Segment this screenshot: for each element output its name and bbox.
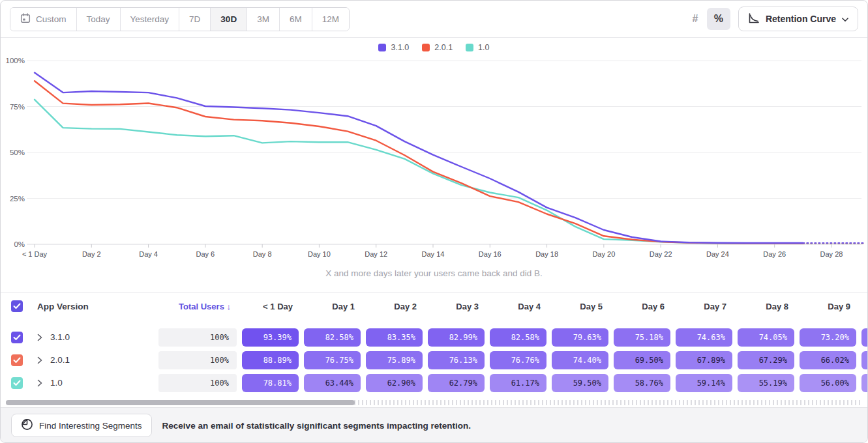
legend-item[interactable]: 3.1.0 — [378, 43, 409, 52]
total-users-value: 100% — [158, 374, 237, 392]
retention-cell-day-5[interactable]: 59.50% — [552, 374, 608, 392]
select-all-checkbox[interactable] — [11, 300, 23, 312]
expand-chevron-icon[interactable] — [37, 379, 42, 387]
retention-cell-day-3[interactable]: 62.79% — [428, 374, 485, 392]
row-checkbox[interactable] — [11, 332, 23, 343]
retention-cell-day-1[interactable]: 76.75% — [304, 351, 361, 369]
y-axis-tick-label: 50% — [10, 149, 25, 156]
day-header-label: Day 9 — [828, 302, 859, 311]
y-axis-tick-label: 100% — [6, 57, 25, 64]
retention-cell-day-8[interactable]: 67.29% — [738, 351, 794, 369]
column-header-day-9[interactable]: Day 9 — [797, 300, 859, 312]
retention-cell-day-8[interactable]: 74.05% — [738, 328, 794, 347]
value-mode-toggle: #% — [683, 8, 730, 30]
retention-cell-day-8[interactable]: 55.19% — [738, 374, 794, 392]
retention-cell-day-4[interactable]: 61.17% — [490, 374, 546, 392]
row-total-cell: 100% — [158, 328, 239, 347]
retention-cell-day-1[interactable]: 82.58% — [304, 328, 361, 347]
column-header-day-2[interactable]: Day 2 — [363, 300, 425, 312]
column-header-day-7[interactable]: Day 7 — [673, 300, 735, 312]
retention-cell-clipped — [861, 374, 868, 392]
x-axis-tick-label: Day 10 — [308, 250, 331, 258]
retention-cell-day-2[interactable]: 75.89% — [366, 351, 423, 369]
date-range-12m[interactable]: 12M — [312, 8, 349, 31]
date-range-6m[interactable]: 6M — [279, 8, 312, 31]
calendar-icon — [20, 13, 31, 25]
retention-cell-day-2[interactable]: 62.90% — [366, 374, 423, 392]
date-range-custom[interactable]: Custom — [10, 8, 76, 31]
retention-cell-day-3[interactable]: 76.13% — [428, 351, 485, 369]
retention-cell-day-4[interactable]: 76.76% — [490, 351, 546, 369]
retention-cell-day-1[interactable]: 63.44% — [304, 374, 361, 392]
retention-cell-day-4[interactable]: 82.58% — [490, 328, 546, 347]
find-interesting-segments-button[interactable]: Find Interesting Segments — [11, 414, 152, 437]
series-line-3.1.0 — [35, 73, 803, 243]
retention-cell-day-6[interactable]: 69.50% — [614, 351, 670, 369]
retention-cell-day-9[interactable]: 73.20% — [800, 328, 856, 347]
date-range-label: Yesterday — [130, 14, 170, 24]
expand-chevron-icon[interactable] — [37, 356, 42, 364]
row-checkbox[interactable] — [11, 377, 23, 389]
day-header-label: Day 1 — [332, 302, 363, 311]
date-range-today[interactable]: Today — [76, 8, 120, 31]
legend-item[interactable]: 2.0.1 — [422, 43, 453, 52]
retention-cell-day-2[interactable]: 83.35% — [366, 328, 423, 347]
row-checkbox-cell — [1, 377, 37, 389]
retention-cell-day-6[interactable]: 58.76% — [614, 374, 670, 392]
scrollbar-thumb[interactable] — [6, 400, 355, 405]
table-row-2-0-1: 2.0.1100%88.89%76.75%75.89%76.13%76.76%7… — [1, 349, 868, 371]
retention-cell-day-9[interactable]: 66.02% — [800, 351, 856, 369]
column-header-day-6[interactable]: Day 6 — [611, 300, 673, 312]
expand-chevron-icon[interactable] — [37, 334, 42, 341]
scrollbar-track[interactable] — [6, 400, 862, 405]
day-header-label: Day 5 — [580, 302, 611, 311]
row-total-cell: 100% — [158, 374, 239, 392]
column-header-total-users[interactable]: Total Users ↓ — [179, 302, 239, 311]
y-axis-tick-label: 25% — [10, 195, 25, 203]
retention-cell-day-0[interactable]: 88.89% — [242, 351, 299, 369]
date-range-label: 30D — [220, 14, 237, 24]
retention-line-chart: 100%75%50%25%0%< 1 DayDay 2Day 4Day 6Day… — [1, 38, 868, 264]
date-range-3m[interactable]: 3M — [247, 8, 279, 31]
retention-cell-day-5[interactable]: 74.40% — [552, 351, 608, 369]
series-line-1.0 — [35, 100, 803, 244]
x-axis-tick-label: Day 2 — [82, 250, 101, 258]
legend-item[interactable]: 1.0 — [466, 43, 489, 52]
date-range-7d[interactable]: 7D — [179, 8, 210, 31]
date-range-label: 6M — [290, 14, 302, 24]
x-axis-tick-label: Day 12 — [365, 250, 387, 258]
retention-cell-day-7[interactable]: 59.14% — [676, 374, 732, 392]
retention-cell-day-0[interactable]: 78.81% — [242, 374, 299, 392]
column-header-day-5[interactable]: Day 5 — [549, 300, 611, 312]
retention-cell-day-7[interactable]: 74.63% — [676, 328, 732, 347]
date-range-yesterday[interactable]: Yesterday — [120, 8, 179, 31]
legend-swatch — [422, 44, 430, 51]
column-header-day-3[interactable]: Day 3 — [425, 300, 487, 312]
column-header-day-4[interactable]: Day 4 — [487, 300, 549, 312]
retention-cell-day-9[interactable]: 56.00% — [800, 374, 856, 392]
retention-cell-day-0[interactable]: 93.39% — [242, 328, 299, 347]
footer-bar: Find Interesting Segments Receive an ema… — [1, 407, 867, 443]
column-header-day-1[interactable]: Day 1 — [301, 300, 363, 312]
percent-mode-button[interactable]: % — [707, 8, 730, 30]
chart-type-dropdown[interactable]: Retention Curve — [738, 7, 858, 31]
chevron-down-icon — [842, 14, 848, 24]
column-header--1-day[interactable]: < 1 Day — [239, 300, 301, 312]
day-header-label: Day 4 — [518, 302, 549, 311]
row-checkbox-cell — [1, 354, 37, 366]
absolute-mode-button[interactable]: # — [683, 8, 707, 30]
retention-curve-icon — [748, 12, 760, 26]
day-header-label: Day 6 — [642, 302, 673, 311]
retention-cell-day-6[interactable]: 75.18% — [614, 328, 670, 347]
retention-cell-day-7[interactable]: 67.89% — [676, 351, 732, 369]
retention-cell-day-3[interactable]: 82.99% — [428, 328, 485, 347]
x-axis-tick-label: Day 28 — [820, 250, 843, 258]
column-header-day-8[interactable]: Day 8 — [735, 300, 797, 312]
column-header-app-version[interactable]: App Version — [37, 302, 89, 311]
x-axis-tick-label: Day 4 — [139, 250, 158, 258]
x-axis-tick-label: Day 14 — [422, 250, 445, 258]
row-version-cell: 3.1.0 — [37, 332, 158, 342]
row-checkbox[interactable] — [11, 354, 23, 366]
date-range-30d[interactable]: 30D — [210, 8, 247, 31]
retention-cell-day-5[interactable]: 79.63% — [552, 328, 608, 347]
